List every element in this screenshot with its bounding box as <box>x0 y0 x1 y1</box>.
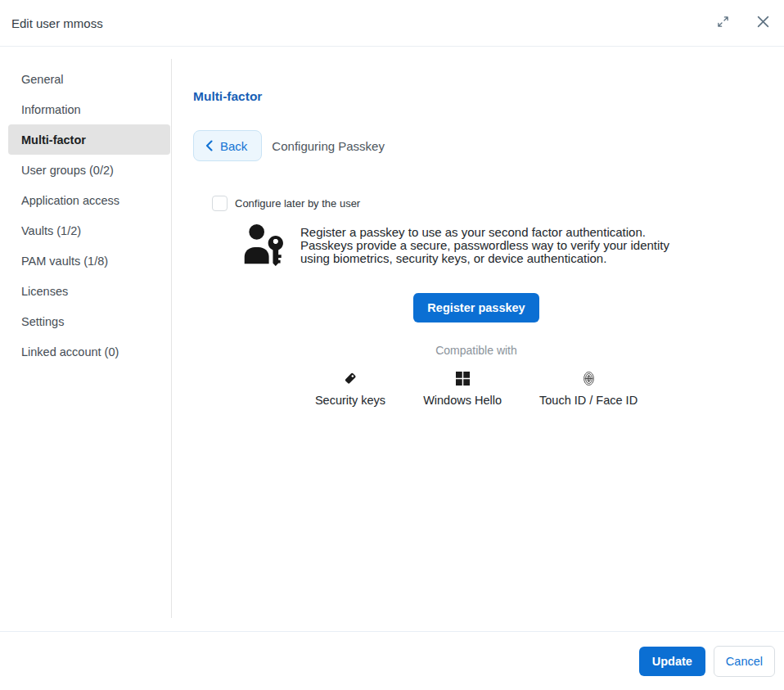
compatible-with-label: Compatible with <box>241 344 711 357</box>
compatible-items-row: Security keys Windows Hello <box>241 370 711 407</box>
sidebar-item-licenses[interactable]: Licenses <box>0 276 171 306</box>
configure-later-label: Configure later by the user <box>235 197 360 210</box>
configure-later-row: Configure later by the user <box>193 196 784 211</box>
dialog-title: Edit user mmoss <box>11 16 103 30</box>
configure-later-checkbox[interactable] <box>212 196 228 211</box>
expand-button[interactable] <box>715 14 731 32</box>
register-passkey-button[interactable]: Register passkey <box>413 293 538 322</box>
compat-item-label: Windows Hello <box>423 394 502 407</box>
compat-item-touch-face-id: Touch ID / Face ID <box>539 370 638 407</box>
dialog-header: Edit user mmoss <box>0 0 784 47</box>
fingerprint-icon <box>583 370 595 386</box>
description-line: Register a passkey to use as your second… <box>300 226 669 239</box>
cancel-button[interactable]: Cancel <box>714 646 775 677</box>
header-actions <box>715 14 771 32</box>
back-button-label: Back <box>220 139 247 153</box>
close-button[interactable] <box>755 14 771 32</box>
passkey-description: Register a passkey to use as your second… <box>300 226 669 265</box>
compat-item-label: Touch ID / Face ID <box>539 394 638 407</box>
sidebar-item-user-groups[interactable]: User groups (0/2) <box>0 155 171 185</box>
security-key-icon <box>342 370 358 386</box>
multi-factor-panel: Multi-factor Back Configuring Passkey Co… <box>172 47 784 631</box>
step-title: Configuring Passkey <box>272 139 385 153</box>
sidebar-item-general[interactable]: General <box>0 64 171 94</box>
sidebar-item-vaults[interactable]: Vaults (1/2) <box>0 215 171 246</box>
sidebar-item-settings[interactable]: Settings <box>0 306 171 336</box>
close-icon <box>757 16 769 30</box>
back-button[interactable]: Back <box>193 130 262 161</box>
update-button[interactable]: Update <box>639 647 705 676</box>
chevron-left-icon <box>205 140 213 151</box>
passkey-panel: Register a passkey to use as your second… <box>241 222 711 407</box>
description-line: using biometrics, security keys, or devi… <box>300 252 669 265</box>
compat-item-label: Security keys <box>315 394 385 407</box>
back-row: Back Configuring Passkey <box>193 130 784 161</box>
passkey-description-row: Register a passkey to use as your second… <box>241 222 711 269</box>
edit-user-dialog: Edit user mmoss <box>0 0 784 690</box>
windows-icon <box>456 370 470 386</box>
sidebar-item-multi-factor[interactable]: Multi-factor <box>8 124 170 155</box>
compat-item-security-keys: Security keys <box>315 370 385 407</box>
dialog-body: General Information Multi-factor User gr… <box>0 47 784 631</box>
sidebar-item-pam-vaults[interactable]: PAM vaults (1/8) <box>0 246 171 276</box>
register-row: Register passkey <box>241 293 711 322</box>
expand-icon <box>717 16 729 30</box>
sidebar-item-information[interactable]: Information <box>0 94 171 124</box>
dialog-footer: Update Cancel <box>0 631 784 690</box>
sidebar-item-linked-account[interactable]: Linked account (0) <box>0 336 171 367</box>
description-line: Passkeys provide a secure, passwordless … <box>300 239 669 252</box>
compat-item-windows-hello: Windows Hello <box>423 370 502 407</box>
passkey-user-key-icon <box>241 222 287 269</box>
page-title: Multi-factor <box>193 89 784 104</box>
sidebar-item-application-access[interactable]: Application access <box>0 185 171 215</box>
settings-sidebar: General Information Multi-factor User gr… <box>0 59 172 618</box>
